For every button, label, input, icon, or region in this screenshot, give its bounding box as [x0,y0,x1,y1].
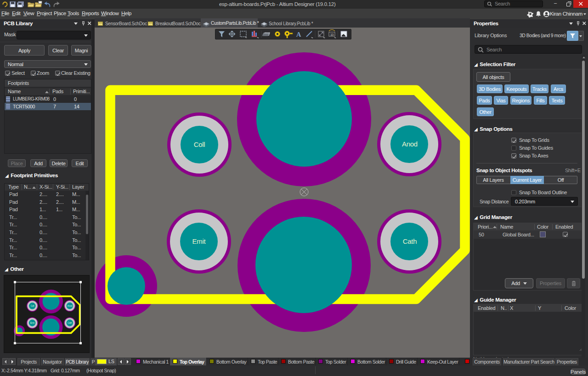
svg-text:10: 10 [330,33,334,36]
svg-text:Anod: Anod [402,140,418,148]
svg-text:Anod: Anod [68,304,73,307]
svg-text:Emit: Emit [192,237,206,245]
svg-text:A: A [296,31,301,38]
svg-text:Cath: Cath [68,321,72,324]
svg-text:Cath: Cath [403,237,417,245]
svg-text:Coll: Coll [31,304,34,307]
svg-text:Emit: Emit [30,321,35,324]
svg-text:Coll: Coll [194,140,205,148]
